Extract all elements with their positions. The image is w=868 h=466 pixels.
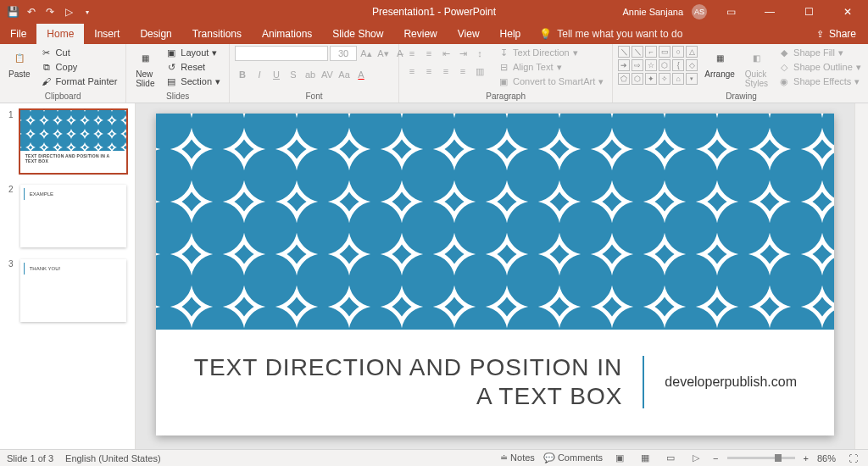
shape-outline-button[interactable]: ◇Shape Outline ▾ <box>775 60 865 74</box>
shape-more3[interactable]: ✦ <box>645 73 657 85</box>
minimize-icon[interactable]: — <box>754 0 785 24</box>
shape-arrow[interactable]: ➔ <box>618 59 630 71</box>
copy-button[interactable]: ⧉Copy <box>37 60 121 74</box>
slide-counter[interactable]: Slide 1 of 3 <box>7 453 53 463</box>
shape-line3[interactable]: ⌐ <box>645 46 657 58</box>
tab-home[interactable]: Home <box>36 24 84 44</box>
tab-slideshow[interactable]: Slide Show <box>322 24 393 44</box>
tab-view[interactable]: View <box>448 24 490 44</box>
user-name[interactable]: Annie Sanjana <box>622 7 683 17</box>
columns-button[interactable]: ▥ <box>472 64 487 79</box>
align-text-button[interactable]: ⊟Align Text ▾ <box>494 60 607 74</box>
tab-animations[interactable]: Animations <box>252 24 322 44</box>
close-icon[interactable]: ✕ <box>832 0 863 24</box>
current-slide[interactable]: TEXT DIRECTION AND POSITION IN A TEXT BO… <box>156 114 834 435</box>
bullets-button[interactable]: ≡ <box>404 46 420 61</box>
shape-triangle[interactable]: △ <box>686 46 698 58</box>
normal-view-icon[interactable]: ▣ <box>611 452 628 465</box>
text-direction-button[interactable]: ↧Text Direction ▾ <box>494 46 607 59</box>
bold-button[interactable]: B <box>235 67 250 82</box>
shape-line[interactable]: ＼ <box>618 46 630 58</box>
shape-brace[interactable]: { <box>672 59 684 71</box>
tab-transitions[interactable]: Transitions <box>182 24 252 44</box>
new-slide-button[interactable]: ▦ New Slide <box>131 46 159 90</box>
line-spacing-button[interactable]: ↕ <box>472 46 487 61</box>
save-icon[interactable]: 💾 <box>7 6 19 18</box>
increase-indent-button[interactable]: ⇥ <box>455 46 470 61</box>
text-shadow-button[interactable]: ab <box>303 67 318 82</box>
align-right-button[interactable]: ≡ <box>438 64 453 79</box>
font-name-input[interactable] <box>235 46 328 61</box>
paste-button[interactable]: 📋 Paste <box>5 46 34 80</box>
character-spacing-button[interactable]: AV <box>320 67 335 82</box>
shape-fill-button[interactable]: ◆Shape Fill ▾ <box>775 46 865 59</box>
tab-review[interactable]: Review <box>393 24 447 44</box>
align-center-button[interactable]: ≡ <box>421 64 437 79</box>
start-from-beginning-icon[interactable]: ▷ <box>63 6 75 18</box>
underline-button[interactable]: U <box>269 67 284 82</box>
slide-thumbnail-1[interactable]: TEXT DIRECTION AND POSITION IN A TEXT BO… <box>20 110 126 173</box>
shape-arrow2[interactable]: ⇨ <box>632 59 643 71</box>
decrease-font-icon[interactable]: A▾ <box>376 46 391 61</box>
slideshow-view-icon[interactable]: ▷ <box>687 452 704 465</box>
maximize-icon[interactable]: ☐ <box>793 0 824 24</box>
shape-more2[interactable]: ⬡ <box>632 73 643 85</box>
decrease-indent-button[interactable]: ⇤ <box>438 46 453 61</box>
convert-smartart-button[interactable]: ▣Convert to SmartArt ▾ <box>494 75 607 88</box>
font-color-button[interactable]: A <box>353 67 369 82</box>
slide-thumbnail-2[interactable]: EXAMPLE <box>20 185 126 247</box>
quick-styles-button[interactable]: ◧ Quick Styles <box>742 46 771 90</box>
justify-button[interactable]: ≡ <box>455 64 470 79</box>
shape-rect[interactable]: ▭ <box>659 46 670 58</box>
format-painter-button[interactable]: 🖌Format Painter <box>37 75 121 88</box>
arrange-button[interactable]: ▦ Arrange <box>701 46 738 80</box>
shape-star[interactable]: ☆ <box>645 59 657 71</box>
zoom-in-button[interactable]: + <box>804 453 809 463</box>
zoom-slider[interactable] <box>727 457 795 459</box>
tab-file[interactable]: File <box>0 24 36 44</box>
shape-hex[interactable]: ⬡ <box>659 59 670 71</box>
shape-more1[interactable]: ⬠ <box>618 73 630 85</box>
tab-help[interactable]: Help <box>490 24 531 44</box>
notes-button[interactable]: ≐ Notes <box>500 452 535 463</box>
shapes-more-icon[interactable]: ▾ <box>686 73 698 85</box>
comments-button[interactable]: 💬 Comments <box>543 452 603 463</box>
shape-oval[interactable]: ○ <box>672 46 684 58</box>
change-case-button[interactable]: Aa <box>337 67 352 82</box>
slide-title[interactable]: TEXT DIRECTION AND POSITION IN A TEXT BO… <box>193 353 622 410</box>
slide-subtitle[interactable]: developerpublish.com <box>665 374 797 390</box>
shapes-gallery[interactable]: ＼＼⌐▭○△ ➔⇨☆⬡{◇ ⬠⬡✦✧⌂▾ <box>618 46 698 85</box>
strikethrough-button[interactable]: S <box>286 67 301 82</box>
shape-effects-button[interactable]: ◉Shape Effects ▾ <box>775 75 865 88</box>
cut-button[interactable]: ✂Cut <box>37 46 121 59</box>
reading-view-icon[interactable]: ▭ <box>662 452 679 465</box>
shape-callout[interactable]: ◇ <box>686 59 698 71</box>
shape-line2[interactable]: ＼ <box>632 46 643 58</box>
font-size-input[interactable] <box>330 46 357 61</box>
tab-insert[interactable]: Insert <box>84 24 130 44</box>
shape-more4[interactable]: ✧ <box>659 73 670 85</box>
redo-icon[interactable]: ↷ <box>44 6 56 18</box>
undo-icon[interactable]: ↶ <box>25 6 37 18</box>
shape-more5[interactable]: ⌂ <box>672 73 684 85</box>
section-button[interactable]: ▤Section ▾ <box>162 75 224 88</box>
increase-font-icon[interactable]: A▴ <box>359 46 374 61</box>
customize-qat-icon[interactable]: ▾ <box>81 6 93 18</box>
slide-thumbnail-3[interactable]: THANK YOU! <box>20 259 126 322</box>
zoom-out-button[interactable]: − <box>713 453 718 463</box>
align-left-button[interactable]: ≡ <box>404 64 420 79</box>
user-avatar[interactable]: AS <box>692 4 707 19</box>
tell-me-search[interactable]: 💡 Tell me what you want to do <box>531 24 691 44</box>
language-indicator[interactable]: English (United States) <box>65 453 161 463</box>
numbering-button[interactable]: ≡ <box>421 46 437 61</box>
ribbon-display-options-icon[interactable]: ▭ <box>715 0 746 24</box>
zoom-level[interactable]: 86% <box>817 453 836 463</box>
vertical-scrollbar[interactable] <box>854 103 868 449</box>
share-button[interactable]: ⇪ Share <box>804 24 868 44</box>
reset-button[interactable]: ↺Reset <box>162 60 224 74</box>
italic-button[interactable]: I <box>252 67 267 82</box>
slide-sorter-view-icon[interactable]: ▦ <box>637 452 654 465</box>
layout-button[interactable]: ▣Layout ▾ <box>162 46 224 59</box>
fit-to-window-icon[interactable]: ⛶ <box>844 452 861 465</box>
tab-design[interactable]: Design <box>130 24 181 44</box>
